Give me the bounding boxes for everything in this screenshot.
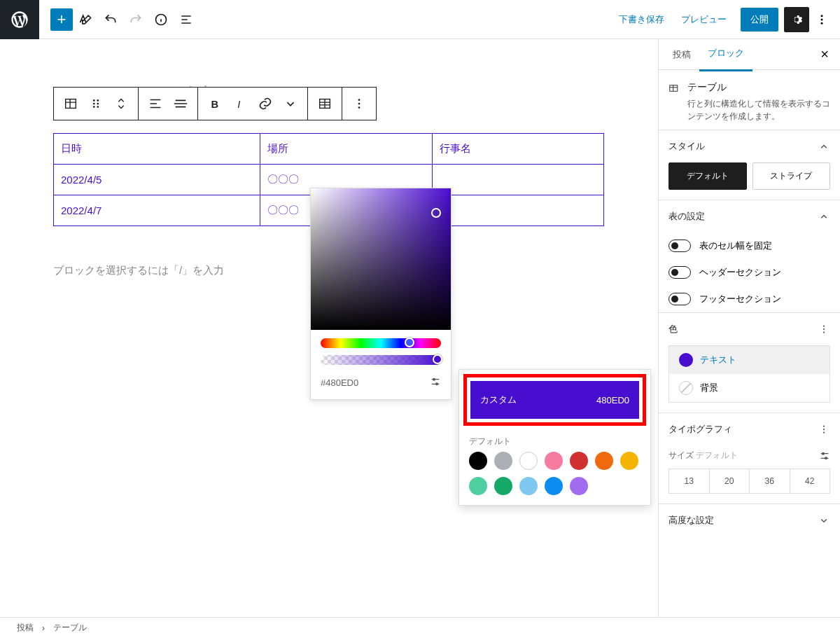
panel-header-typography[interactable]: タイポグラフィ: [659, 413, 840, 445]
table-cell[interactable]: 2022/4/7: [54, 195, 260, 226]
color-swatch[interactable]: [519, 477, 538, 495]
color-swatch[interactable]: [519, 452, 538, 470]
block-description: 行と列に構造化して情報を表示するコンテンツを作成します。: [687, 97, 830, 123]
table-header-cell[interactable]: 行事名: [432, 134, 603, 165]
saturation-value-area[interactable]: [311, 188, 451, 330]
color-swatch[interactable]: [570, 452, 588, 470]
color-swatch[interactable]: [595, 452, 613, 470]
toggle-switch[interactable]: [668, 240, 691, 252]
sliders-toggle-icon[interactable]: [430, 376, 441, 389]
svg-text:I: I: [237, 99, 240, 110]
table-block-icon[interactable]: [58, 88, 83, 119]
bold-icon[interactable]: B: [202, 88, 227, 119]
color-swatch[interactable]: [545, 477, 563, 495]
panel-header-advanced[interactable]: 高度な設定: [659, 504, 840, 536]
color-swatch[interactable]: [469, 452, 487, 470]
table-cell[interactable]: [432, 195, 603, 226]
table-row: 日時 場所 行事名: [54, 134, 604, 165]
settings-sidebar: 投稿 ブロック × テーブル 行と列に構造化して情報を表示するコンテンツを作成し…: [658, 39, 840, 617]
align-wide-icon[interactable]: [168, 88, 193, 119]
svg-text:B: B: [211, 99, 219, 110]
block-toolbar: B I: [53, 87, 377, 120]
align-left-icon[interactable]: [143, 88, 168, 119]
default-colors-label: デフォルト: [459, 430, 650, 452]
table-cell[interactable]: [432, 165, 603, 195]
save-draft-button[interactable]: 下書き保存: [610, 13, 673, 26]
more-options-icon[interactable]: [346, 88, 372, 119]
hue-cursor[interactable]: [405, 338, 414, 347]
more-options-icon[interactable]: [818, 423, 830, 436]
custom-hex: 480ED0: [596, 395, 629, 405]
table-header-cell[interactable]: 日時: [54, 134, 260, 165]
panel-header-style[interactable]: スタイル: [659, 130, 840, 162]
svg-point-15: [358, 103, 360, 105]
close-sidebar-icon[interactable]: ×: [815, 46, 834, 62]
svg-point-14: [358, 99, 360, 101]
color-swatch[interactable]: [620, 452, 638, 470]
hex-value[interactable]: #480ED0: [321, 377, 430, 388]
color-swatch[interactable]: [494, 477, 512, 495]
size-option[interactable]: 42: [790, 469, 830, 493]
edit-mode-icon[interactable]: [73, 7, 98, 32]
table-icon: [668, 80, 679, 97]
redo-icon[interactable]: [123, 7, 148, 32]
drag-handle-icon[interactable]: [83, 88, 108, 119]
preview-button[interactable]: プレビュー: [673, 13, 735, 26]
toggle-switch[interactable]: [668, 293, 691, 305]
tab-block[interactable]: ブロック: [699, 39, 752, 71]
panel-table-settings: 表の設定 表のセル幅を固定 ヘッダーセクション フッターセクション: [659, 200, 840, 312]
table-cell[interactable]: 2022/4/5: [54, 165, 260, 195]
color-text-row[interactable]: テキスト: [669, 346, 830, 374]
sliders-icon[interactable]: [819, 450, 830, 462]
move-updown-icon[interactable]: [108, 88, 134, 119]
custom-color-bar[interactable]: カスタム 480ED0: [470, 381, 639, 419]
settings-gear-icon[interactable]: [784, 7, 809, 32]
saturation-cursor[interactable]: [431, 208, 441, 218]
breadcrumb: 投稿 › テーブル: [0, 617, 840, 638]
svg-point-10: [97, 106, 99, 108]
toggle-footer-section[interactable]: フッターセクション: [659, 286, 840, 312]
style-stripe-button[interactable]: ストライプ: [752, 162, 831, 190]
wordpress-logo[interactable]: [0, 0, 39, 39]
undo-icon[interactable]: [98, 7, 123, 32]
panel-header-color[interactable]: 色: [659, 313, 840, 345]
svg-point-1: [821, 15, 823, 17]
more-options-icon[interactable]: [809, 7, 834, 32]
breadcrumb-post[interactable]: 投稿: [17, 622, 34, 634]
info-icon[interactable]: [148, 7, 174, 32]
more-options-icon[interactable]: [818, 323, 830, 335]
color-background-row[interactable]: 背景: [669, 374, 830, 402]
color-swatch[interactable]: [469, 477, 487, 495]
color-swatch[interactable]: [545, 452, 563, 470]
chevron-down-icon[interactable]: [278, 88, 303, 119]
size-option[interactable]: 36: [750, 469, 790, 493]
link-icon[interactable]: [253, 88, 278, 119]
panel-header-table-settings[interactable]: 表の設定: [659, 200, 840, 233]
style-default-button[interactable]: デフォルト: [668, 162, 747, 190]
color-swatch[interactable]: [494, 452, 512, 470]
tab-post[interactable]: 投稿: [664, 39, 699, 71]
table-header-cell[interactable]: 場所: [260, 134, 432, 165]
alpha-slider[interactable]: [321, 355, 441, 365]
svg-point-26: [822, 452, 825, 455]
outline-icon[interactable]: [174, 7, 199, 32]
publish-button[interactable]: 公開: [741, 8, 778, 32]
italic-icon[interactable]: I: [227, 88, 253, 119]
toggle-switch[interactable]: [668, 266, 691, 279]
table-edit-icon[interactable]: [312, 88, 337, 119]
svg-rect-19: [670, 85, 678, 92]
hue-slider[interactable]: [321, 338, 441, 348]
add-block-button[interactable]: +: [50, 8, 73, 31]
toggle-header-section[interactable]: ヘッダーセクション: [659, 259, 840, 286]
panel-typography: タイポグラフィ サイズ デフォルト 13 20 36 42: [659, 412, 840, 504]
alpha-cursor[interactable]: [433, 354, 442, 364]
toggle-fixed-width[interactable]: 表のセル幅を固定: [659, 233, 840, 259]
highlight-annotation: カスタム 480ED0: [463, 374, 646, 426]
size-option[interactable]: 13: [669, 469, 710, 493]
color-swatch[interactable]: [570, 477, 588, 495]
size-option[interactable]: 20: [710, 469, 750, 493]
svg-point-7: [93, 103, 95, 105]
breadcrumb-table[interactable]: テーブル: [53, 622, 87, 634]
chevron-up-icon: [818, 210, 830, 223]
panel-advanced: 高度な設定: [659, 504, 840, 536]
